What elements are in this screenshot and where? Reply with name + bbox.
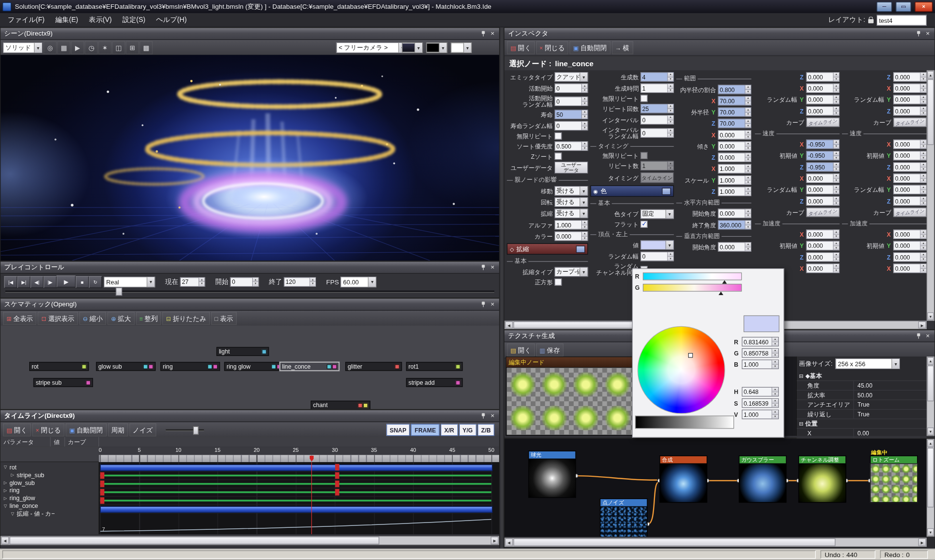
param-button[interactable]: タイムライン	[640, 172, 674, 183]
param-input[interactable]: -0.950▲▼	[806, 151, 840, 161]
vertical-splitter[interactable]	[500, 27, 504, 548]
close-button[interactable]: ×閉じる	[536, 41, 568, 54]
axis-icon[interactable]: ◫	[112, 41, 125, 54]
curve-button[interactable]: タイムライン	[806, 117, 840, 127]
param-input[interactable]: 1.000▲▼	[555, 220, 588, 230]
param-input[interactable]: 0.000▲▼	[893, 252, 927, 262]
timeline-lane-0[interactable]	[100, 463, 491, 471]
spinner[interactable]: ▲▼	[771, 410, 778, 418]
param-input[interactable]: 0.000▲▼	[718, 130, 751, 140]
picker-field-V[interactable]: 1.000▲▼	[742, 410, 779, 419]
spinner[interactable]: ▲▼	[920, 230, 926, 239]
toggle-X-R[interactable]: X/R	[441, 424, 458, 436]
chevron-down-icon[interactable]: ▼	[580, 198, 587, 206]
param-input[interactable]: 0.000▲▼	[718, 209, 751, 219]
spinner[interactable]: ▲▼	[745, 176, 750, 184]
background-color-swatch[interactable]: ▼	[402, 42, 423, 53]
spinner[interactable]: ▲▼	[920, 186, 926, 194]
param-input[interactable]: 0▲▼	[640, 252, 674, 261]
spinner[interactable]: ▲▼	[920, 253, 926, 261]
spinner[interactable]: ▲▼	[745, 85, 750, 93]
spinner[interactable]: ▲▼	[833, 230, 839, 239]
prev-frame-button[interactable]: ◀|	[30, 276, 43, 288]
prop-group[interactable]: ⊟位置	[797, 419, 927, 429]
auto-open-button[interactable]: ▣自動開閉	[66, 423, 107, 436]
expander-icon[interactable]: ▽	[3, 504, 8, 508]
noise-button[interactable]: ノイズ	[129, 423, 156, 436]
picker-field-R[interactable]: 0.831460▲▼	[742, 337, 779, 347]
spinner[interactable]: ▲▼	[833, 107, 839, 115]
spinner[interactable]: ▲▼	[833, 186, 839, 194]
param-input[interactable]: 0.000▲▼	[806, 72, 840, 82]
close-icon[interactable]: ×	[489, 301, 496, 307]
spinner[interactable]: ▲▼	[745, 119, 750, 128]
prop-row[interactable]: 角度45.00	[797, 381, 927, 391]
param-dropdown[interactable]: 受ける▼	[555, 197, 588, 207]
track-bar[interactable]	[100, 483, 491, 485]
spinner[interactable]: ▲▼	[667, 116, 673, 124]
param-input[interactable]: 0.000▲▼	[893, 263, 927, 273]
top-view-icon[interactable]: ▦	[57, 41, 71, 54]
prop-row[interactable]: X0.00	[797, 429, 927, 438]
texture-thumbnail[interactable]	[507, 368, 632, 435]
prop-row[interactable]: アンチエイリアTrue	[797, 400, 927, 410]
show-selected-button[interactable]: ⊡選択表示	[38, 312, 78, 325]
schematic-node-stripe-sub[interactable]: stripe sub	[34, 378, 93, 387]
menu-item-2[interactable]: 表示(V)	[84, 16, 117, 24]
param-checkbox[interactable]	[640, 95, 648, 102]
spinner[interactable]: ▲▼	[581, 221, 587, 229]
spinner[interactable]: ▲▼	[581, 111, 587, 119]
schematic-node-rot[interactable]: rot	[29, 362, 89, 371]
wheel-cursor[interactable]	[688, 353, 693, 358]
spinner[interactable]: ▲▼	[581, 232, 587, 240]
keyframe-marker[interactable]	[335, 464, 339, 470]
layout-select[interactable]: test4	[877, 15, 927, 25]
spinner[interactable]: ▲▼	[745, 221, 750, 229]
prop-row[interactable]: 拡大率50.00	[797, 391, 927, 400]
param-input[interactable]: 0.000▲▼	[555, 231, 588, 241]
param-input[interactable]: -0.950▲▼	[806, 140, 840, 149]
keyframe-marker[interactable]	[335, 472, 339, 479]
schematic-node-stripe-add[interactable]: stripe add	[406, 378, 463, 387]
keyframe-marker[interactable]	[335, 481, 339, 487]
curve-button[interactable]: タイムライン	[893, 207, 927, 217]
track-bar[interactable]	[100, 465, 493, 471]
param-input[interactable]: 0.000▲▼	[718, 242, 751, 252]
color-value-swatch[interactable]: ▼	[640, 240, 674, 250]
param-input[interactable]: 0.000▲▼	[718, 141, 751, 151]
spinner[interactable]: ▲▼	[581, 84, 587, 93]
zoom-in-button[interactable]: ⊕拡大	[108, 312, 135, 325]
spinner[interactable]: ▲▼	[667, 73, 673, 81]
spinner[interactable]: ▲▼	[920, 95, 926, 104]
wire-color-swatch[interactable]: ▼	[427, 42, 448, 53]
spinner[interactable]: ▲▼	[833, 174, 839, 183]
spinner[interactable]: ▲▼	[833, 163, 839, 171]
spinner[interactable]: ▲▼	[745, 131, 750, 139]
param-input[interactable]: 0▲▼	[555, 83, 588, 93]
expander-icon[interactable]: ▷	[3, 480, 8, 485]
scroll-left-icon[interactable]: ◀	[1, 537, 9, 544]
scroll-right-icon[interactable]: ▶	[491, 537, 499, 544]
slider-thumb[interactable]	[116, 287, 122, 296]
menu-item-3[interactable]: 設定(S)	[117, 16, 151, 24]
picker-field-S[interactable]: 0.168539▲▼	[742, 398, 779, 408]
display-button[interactable]: □表示	[211, 312, 237, 325]
track-bar[interactable]	[100, 475, 491, 477]
schematic-canvas[interactable]: lightrotglow subringring glowline_conceg…	[0, 326, 499, 409]
param-dropdown[interactable]: 受ける▼	[555, 209, 588, 219]
close-icon[interactable]: ×	[924, 30, 932, 37]
chevron-down-icon[interactable]: ▼	[892, 359, 899, 369]
param-input[interactable]: 0.000▲▼	[893, 185, 927, 195]
chevron-down-icon[interactable]: ▼	[34, 43, 42, 53]
stop-button[interactable]: ■	[76, 276, 89, 288]
spinner[interactable]: ▲▼	[667, 104, 673, 112]
go-end-button[interactable]: ▶|	[18, 276, 31, 288]
camera-select[interactable]: < フリーカメラ >▼	[337, 42, 407, 53]
spinner[interactable]: ▲▼	[833, 84, 839, 93]
picker-field-B[interactable]: 1.000▲▼	[742, 359, 779, 369]
scroll-right-icon[interactable]: ▶	[918, 539, 926, 546]
timeline-lane-3[interactable]	[100, 488, 491, 497]
timeline-lane-4[interactable]	[100, 497, 491, 505]
pin-icon[interactable]	[916, 333, 921, 339]
graph-hscrollbar[interactable]: ◀ ▶	[505, 538, 927, 546]
